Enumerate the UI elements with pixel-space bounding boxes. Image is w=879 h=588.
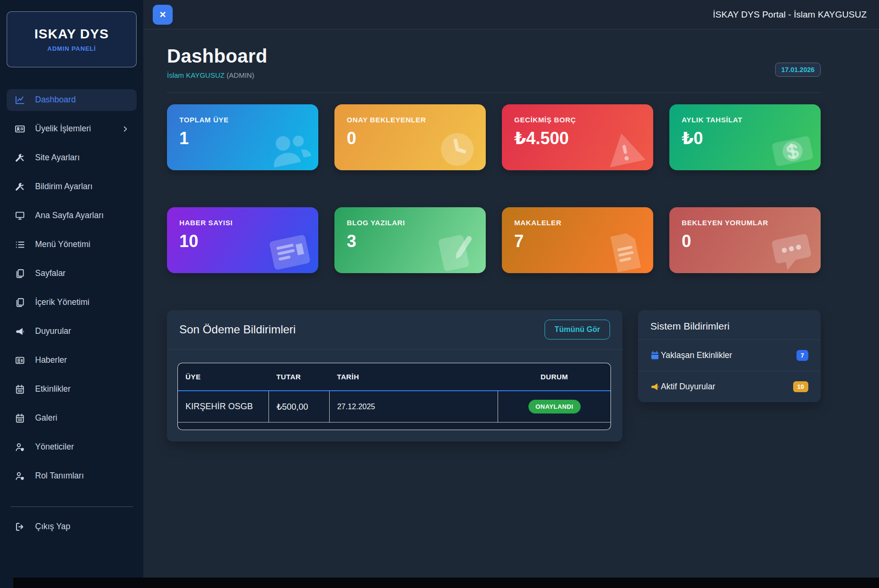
stat-card-aylik-tahsilat: AYLIK TAHSİLAT ₺0: [669, 104, 821, 170]
portal-title: İSKAY DYS Portal - İslam KAYGUSUZ: [713, 9, 867, 20]
stat-card-gecikmis-borc: GECİKMİŞ BORÇ ₺4.500: [502, 104, 653, 170]
sidebar-item-dashboard[interactable]: Dashboard: [7, 89, 137, 111]
cell-durum: ONAYLANDI: [498, 391, 611, 423]
count-badge: 10: [793, 381, 808, 392]
megaphone-icon: [650, 382, 659, 391]
calendar-icon: [650, 351, 659, 360]
bottom-window-edge: [13, 578, 879, 588]
user-shield-icon: [14, 441, 26, 453]
calendar-icon: [14, 384, 26, 395]
table-spacer: [178, 423, 611, 430]
sidebar-item-ana-sayfa-ayarlari[interactable]: Ana Sayfa Ayarları: [7, 205, 137, 227]
stat-card-bekleyen-yorumlar: BEKLEYEN YORUMLAR 0: [669, 207, 821, 273]
sidebar-item-sayfalar[interactable]: Sayfalar: [7, 263, 137, 285]
count-badge: 7: [796, 350, 808, 361]
col-header-tarih: TARİH: [329, 363, 498, 391]
sidebar-item-duyurular[interactable]: Duyurular: [7, 321, 137, 342]
sidebar-item-etkinlikler[interactable]: Etkinlikler: [7, 378, 137, 400]
chevron-right-icon: [121, 125, 129, 133]
logo-subtitle: ADMIN PANELİ: [47, 45, 96, 52]
stat-card-blog-yazilari: BLOG YAZILARI 3: [334, 207, 486, 273]
newspaper-icon: [264, 226, 315, 273]
sidebar-divider: [10, 506, 133, 507]
newspaper-icon: [14, 355, 26, 366]
bottom-section: Son Ödeme Bildirimleri Tümünü Gör ÜYE TU…: [167, 310, 821, 441]
view-all-button[interactable]: Tümünü Gör: [545, 320, 610, 340]
main-content: Dashboard İslam KAYGUSUZ (ADMIN) 17.01.2…: [143, 29, 879, 588]
status-badge: ONAYLANDI: [528, 400, 581, 413]
tools-icon: [14, 152, 26, 164]
id-card-icon: [14, 123, 26, 135]
sidebar-item-rol-tanimlari[interactable]: Rol Tanımları: [7, 465, 137, 487]
sidebar-item-yoneticiler[interactable]: Yöneticiler: [7, 436, 137, 458]
current-role: (ADMIN): [227, 71, 254, 79]
logo-title: ISKAY DYS: [35, 27, 109, 42]
page-title: Dashboard: [167, 46, 821, 67]
col-header-uye: ÜYE: [178, 363, 269, 391]
blog-pen-icon: [431, 226, 483, 273]
sidebar-item-haberler[interactable]: Haberler: [7, 349, 137, 371]
date-badge: 17.01.2026: [775, 63, 821, 77]
notifications-title: Sistem Bildirimleri: [638, 310, 821, 340]
table-row: KIRŞEHİR OSGB ₺500,00 27.12.2025 ONAYLAN…: [178, 391, 611, 423]
megaphone-icon: [14, 326, 26, 337]
app-logo: ISKAY DYS ADMIN PANELİ: [7, 11, 137, 67]
sidebar-item-bildirim-ayarlari[interactable]: Bildirim Ayarları: [7, 176, 137, 198]
notification-item-aktif-duyurular[interactable]: Aktif Duyurular 10: [638, 371, 821, 402]
cell-tarih: 27.12.2025: [329, 391, 498, 423]
col-header-durum: DURUM: [498, 363, 611, 391]
current-user: İslam KAYGUSUZ: [167, 71, 224, 79]
money-icon: [766, 123, 818, 170]
payments-divider: [167, 349, 622, 349]
sidebar-item-site-ayarlari[interactable]: Site Ayarları: [7, 147, 137, 169]
pages-icon: [14, 297, 26, 308]
notification-item-yaklasan-etkinlikler[interactable]: Yaklaşan Etkinlikler 7: [638, 340, 821, 371]
monitor-icon: [14, 210, 26, 221]
sidebar-item-uyelik-islemleri[interactable]: Üyelik İşlemleri: [7, 118, 137, 140]
header-divider: [167, 92, 821, 93]
cell-uye: KIRŞEHİR OSGB: [178, 391, 269, 423]
article-file-icon: [599, 226, 650, 273]
users-icon: [264, 123, 315, 170]
sidebar-item-cikis-yap[interactable]: Çıkış Yap: [7, 516, 137, 538]
sidebar-item-icerik-yonetimi[interactable]: İçerik Yönetimi: [7, 292, 137, 313]
system-notifications-panel: Sistem Bildirimleri Yaklaşan Etkinlikler…: [638, 310, 821, 402]
logout-icon: [14, 521, 26, 533]
stat-card-onay-bekleyenler: ONAY BEKLEYENLER 0: [334, 104, 486, 170]
table-header-row: ÜYE TUTAR TARİH DURUM: [178, 363, 611, 391]
close-icon: ✕: [159, 9, 166, 20]
topbar: ✕ İSKAY DYS Portal - İslam KAYGUSUZ: [143, 0, 879, 29]
tools-icon: [14, 181, 26, 193]
clock-icon: [431, 123, 483, 170]
stat-card-toplam-uye: TOPLAM ÜYE 1: [167, 104, 318, 170]
stat-cards: TOPLAM ÜYE 1 ONAY BEKLEYENLER 0 GECİKMİŞ…: [167, 104, 821, 273]
comments-icon: [766, 226, 818, 273]
user-shield-icon: [14, 470, 26, 482]
sidebar: ISKAY DYS ADMIN PANELİ Dashboard Üyelik …: [0, 0, 143, 588]
payments-table: ÜYE TUTAR TARİH DURUM KIRŞEHİR OSGB ₺500…: [177, 363, 611, 430]
sidebar-menu: Dashboard Üyelik İşlemleri Site Ayarları…: [7, 89, 137, 538]
stat-card-makaleler: MAKALELER 7: [502, 207, 653, 273]
warning-icon: [599, 123, 650, 170]
col-header-tutar: TUTAR: [269, 363, 330, 391]
sidebar-item-menu-yonetimi[interactable]: Menü Yönetimi: [7, 234, 137, 256]
stat-card-haber-sayisi: HABER SAYISI 10: [167, 207, 318, 273]
cell-tutar: ₺500,00: [269, 391, 330, 423]
list-icon: [14, 239, 26, 250]
sidebar-item-galeri[interactable]: Galeri: [7, 407, 137, 429]
payments-title: Son Ödeme Bildirimleri: [179, 323, 296, 336]
payments-panel: Son Ödeme Bildirimleri Tümünü Gör ÜYE TU…: [167, 310, 622, 441]
calendar-icon: [14, 413, 26, 424]
pages-icon: [14, 268, 26, 279]
chart-line-icon: [14, 94, 26, 106]
close-sidebar-button[interactable]: ✕: [153, 5, 173, 25]
page-subtitle: İslam KAYGUSUZ (ADMIN): [167, 71, 821, 79]
